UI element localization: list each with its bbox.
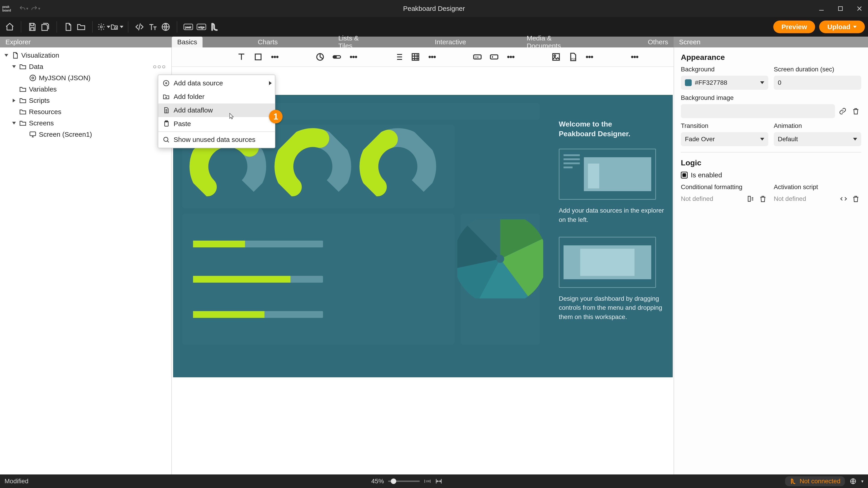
chevron-down-icon xyxy=(4,54,8,57)
canvas-bars-card[interactable] xyxy=(182,214,455,345)
media-more-button[interactable] xyxy=(583,51,596,63)
is-enabled-checkbox[interactable] xyxy=(681,172,688,178)
pie-chart-button[interactable] xyxy=(314,51,327,63)
gauge-3[interactable] xyxy=(362,130,434,203)
paste-icon xyxy=(162,120,170,128)
tab-charts[interactable]: Charts xyxy=(252,37,283,47)
zoom-100-button[interactable]: 100 xyxy=(424,478,431,485)
rectangle-control-button[interactable] xyxy=(252,51,265,63)
more-icon[interactable]: ○○○ xyxy=(153,63,169,70)
svg-text:peak: peak xyxy=(2,5,9,8)
peakboard-edge-button[interactable]: edge xyxy=(195,20,208,33)
scripts-button[interactable] xyxy=(133,20,146,33)
tree-node-scripts[interactable]: Scripts xyxy=(2,95,169,106)
undo-button[interactable]: ▾ xyxy=(18,5,29,12)
basics-more-button[interactable] xyxy=(269,51,281,63)
tree-label: Visualization xyxy=(21,52,169,59)
cond-fmt-edit-button[interactable] xyxy=(745,193,756,204)
transition-select[interactable]: Fade Over xyxy=(681,132,768,146)
donut-chart[interactable] xyxy=(461,216,540,302)
svg-text:board: board xyxy=(2,8,11,12)
redo-caret-icon[interactable]: ▾ xyxy=(38,6,40,11)
tab-interactive[interactable]: Interactive xyxy=(430,37,471,47)
gauge-chart-button[interactable] xyxy=(331,51,343,63)
bg-image-input[interactable] xyxy=(681,104,835,118)
tree-node-variables[interactable]: Variables xyxy=(2,84,169,95)
chevron-right-icon xyxy=(13,99,16,102)
list-control-button[interactable] xyxy=(393,51,405,63)
language-button[interactable] xyxy=(849,478,857,485)
svg-point-14 xyxy=(32,77,34,79)
redo-button[interactable]: ▾ xyxy=(30,5,41,12)
background-color-input[interactable]: #FF327788 xyxy=(681,76,768,90)
text-control-button[interactable] xyxy=(235,51,248,63)
animation-select[interactable]: Default xyxy=(774,132,861,146)
charts-more-button[interactable] xyxy=(347,51,360,63)
table-control-button[interactable] xyxy=(409,51,422,63)
interactive-more-button[interactable] xyxy=(504,51,517,63)
chevron-down-icon xyxy=(853,26,857,28)
others-more-button[interactable] xyxy=(628,51,641,63)
tree-node-screens[interactable]: Screens xyxy=(2,118,169,129)
fonts-button[interactable] xyxy=(146,20,159,33)
tree-node-resources[interactable]: Resources xyxy=(2,106,169,118)
tab-media[interactable]: Media & Documents xyxy=(521,37,593,47)
activation-delete-button[interactable] xyxy=(850,193,861,204)
tree-node-data[interactable]: Data ○○○ xyxy=(2,61,169,72)
tree-root-visualization[interactable]: Visualization xyxy=(2,50,169,61)
tab-basics[interactable]: Basics xyxy=(172,37,203,47)
connection-status[interactable]: Not connected xyxy=(785,476,845,486)
menu-show-unused[interactable]: Show unused data sources xyxy=(158,133,275,147)
pdf-control-button[interactable]: PDF xyxy=(566,51,579,63)
tree-label: Screen (Screen1) xyxy=(39,131,169,138)
animation-label: Animation xyxy=(774,122,861,129)
window-close-button[interactable] xyxy=(852,2,866,15)
welcome-hint-2: Design your dashboard by dragging contro… xyxy=(559,294,667,322)
language-caret-icon[interactable]: ▾ xyxy=(861,479,864,484)
image-control-button[interactable] xyxy=(550,51,562,63)
localization-button[interactable] xyxy=(159,20,172,33)
menu-add-data-source[interactable]: Add data source xyxy=(158,76,275,90)
new-file-button[interactable] xyxy=(61,20,74,33)
svg-text:peak: peak xyxy=(185,26,191,29)
fit-width-button[interactable] xyxy=(435,478,442,485)
upload-button[interactable]: Upload xyxy=(819,21,865,33)
bg-image-link-button[interactable] xyxy=(837,106,848,117)
tree-node-screen1[interactable]: Screen (Screen1) xyxy=(2,129,169,140)
data-context-menu: Add data source Add folder Add dataflow … xyxy=(158,74,275,148)
home-button[interactable] xyxy=(3,20,16,33)
settings-dropdown-button[interactable] xyxy=(97,20,110,33)
save-all-button[interactable] xyxy=(39,20,52,33)
svg-rect-40 xyxy=(553,54,559,60)
project-settings-dropdown-button[interactable] xyxy=(110,20,123,33)
menu-add-folder[interactable]: Add folder xyxy=(158,90,275,103)
activation-edit-button[interactable] xyxy=(838,193,849,204)
preview-button[interactable]: Preview xyxy=(773,21,815,33)
bg-image-delete-button[interactable] xyxy=(850,106,861,117)
zoom-slider[interactable] xyxy=(388,481,420,482)
tab-lists[interactable]: Lists & Tiles xyxy=(333,37,380,47)
duration-input[interactable]: 0 xyxy=(774,76,861,90)
tab-others[interactable]: Others xyxy=(643,37,674,47)
tree-node-myjson[interactable]: MyJSON (JSON) xyxy=(2,72,169,84)
menu-add-dataflow[interactable]: Add dataflow xyxy=(158,103,275,117)
menu-paste[interactable]: Paste xyxy=(158,117,275,131)
save-button[interactable] xyxy=(26,20,39,33)
peakboard-box-button[interactable]: peak xyxy=(182,20,195,33)
input-control-button[interactable] xyxy=(488,51,500,63)
button-control-button[interactable]: OK xyxy=(471,51,484,63)
window-minimize-button[interactable] xyxy=(815,2,828,15)
canvas-donut-card[interactable] xyxy=(461,214,540,345)
hub-icon xyxy=(789,478,797,485)
bar-2[interactable] xyxy=(193,276,323,283)
gauge-2[interactable] xyxy=(277,130,349,203)
peakboard-hub-button[interactable] xyxy=(208,20,221,33)
cond-fmt-value: Not defined xyxy=(681,195,713,202)
undo-caret-icon[interactable]: ▾ xyxy=(26,6,28,11)
window-maximize-button[interactable] xyxy=(834,2,847,15)
bar-1[interactable] xyxy=(193,240,323,248)
bar-3[interactable] xyxy=(193,311,323,318)
lists-more-button[interactable] xyxy=(426,51,438,63)
cond-fmt-delete-button[interactable] xyxy=(757,193,768,204)
open-folder-button[interactable] xyxy=(74,20,88,33)
